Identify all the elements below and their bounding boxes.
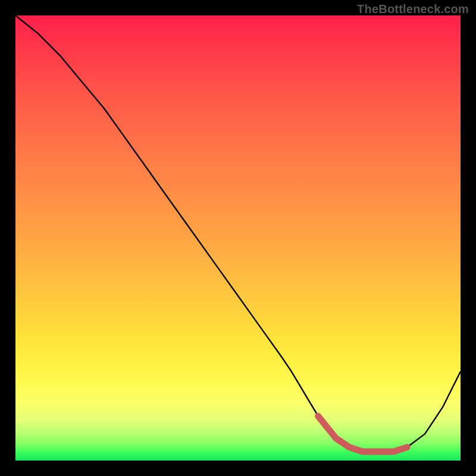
bottleneck-marker xyxy=(318,416,408,452)
chart-svg xyxy=(15,15,461,461)
watermark-text: TheBottleneck.com xyxy=(357,2,469,16)
bottleneck-curve xyxy=(15,15,461,452)
chart-plot-area xyxy=(15,15,461,461)
chart-frame: TheBottleneck.com xyxy=(0,0,476,476)
